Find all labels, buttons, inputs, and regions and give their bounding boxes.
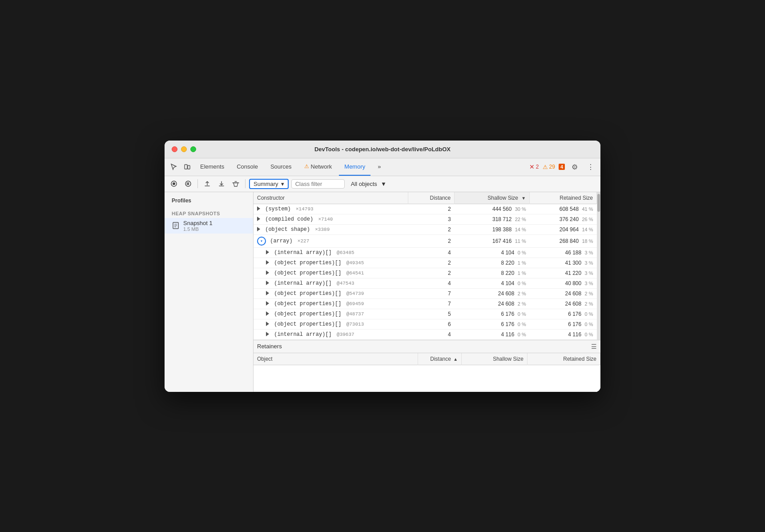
col-retained-size[interactable]: Retained Size <box>530 192 597 204</box>
cell-shallow-size: 8 220 1 % <box>455 258 530 268</box>
cell-distance: 2 <box>408 224 455 234</box>
retained-pct: 0 % <box>585 322 593 327</box>
constructor-name: (object properties)[] <box>274 311 341 317</box>
shallow-pct: 14 % <box>515 227 526 232</box>
retained-pct: 3 % <box>585 260 593 266</box>
expand-triangle-icon[interactable] <box>257 206 260 211</box>
cell-distance: 7 <box>408 298 455 309</box>
retainers-menu-icon[interactable]: ☰ <box>591 343 597 350</box>
tab-network[interactable]: ⚠ Network <box>299 158 338 176</box>
constructor-name: (internal array)[] <box>274 280 332 286</box>
badge-container: 4 <box>559 164 565 170</box>
expand-triangle-icon[interactable] <box>266 332 269 336</box>
objects-dropdown[interactable]: All objects ▼ <box>351 181 387 187</box>
minimize-button[interactable] <box>181 146 187 152</box>
table-row: (object properties)[] @54739 7 24 608 2 … <box>254 288 597 298</box>
tab-sources-label: Sources <box>270 163 292 170</box>
tab-console[interactable]: Console <box>231 158 263 176</box>
maximize-button[interactable] <box>190 146 196 152</box>
device-toolbar-icon[interactable] <box>181 161 193 173</box>
table-row: (internal array)[] @63485 4 4 104 0 % 46… <box>254 247 597 258</box>
constructor-count: @48737 <box>346 311 364 317</box>
cell-retained-size: 41 220 3 % <box>530 268 597 278</box>
expand-triangle-icon[interactable] <box>257 227 260 231</box>
inspect-element-icon[interactable] <box>168 161 180 173</box>
close-button[interactable] <box>172 146 177 152</box>
download-icon[interactable] <box>216 178 227 189</box>
scrollbar[interactable] <box>597 192 600 340</box>
expand-triangle-icon[interactable] <box>266 250 269 254</box>
retained-pct: 3 % <box>585 281 593 286</box>
tab-console-label: Console <box>237 163 258 170</box>
cell-distance: 2 <box>408 258 455 268</box>
upload-icon[interactable] <box>201 178 213 189</box>
ret-col-object[interactable]: Object <box>254 353 418 365</box>
secondary-toolbar: Summary ▾ All objects ▼ <box>165 176 600 192</box>
expand-triangle-icon[interactable] <box>257 217 260 221</box>
expand-triangle-icon[interactable] <box>266 322 269 326</box>
class-filter-input[interactable] <box>291 179 345 189</box>
clear-icon[interactable] <box>230 178 242 189</box>
cell-distance: 3 <box>408 214 455 224</box>
sort-arrow-icon: ▼ <box>521 196 526 201</box>
constructor-count: @47543 <box>337 281 354 286</box>
expand-triangle-icon[interactable] <box>266 281 269 285</box>
snapshot-size: 1.5 MB <box>183 226 213 232</box>
cell-retained-size: 4 116 0 % <box>530 329 597 339</box>
expand-triangle-icon[interactable] <box>266 301 269 306</box>
shallow-pct: 2 % <box>518 291 526 296</box>
table-row: (internal array)[] @39637 4 4 116 0 % 4 … <box>254 329 597 339</box>
tab-elements[interactable]: Elements <box>195 158 230 176</box>
cell-retained-size: 24 608 2 % <box>530 298 597 309</box>
warn-badge[interactable]: ⚠ 29 <box>543 164 555 170</box>
shallow-pct: 0 % <box>518 281 526 286</box>
col-constructor[interactable]: Constructor <box>254 192 408 204</box>
constructor-count: @39637 <box>337 332 354 337</box>
cell-constructor: (object properties)[] @54739 <box>254 288 408 298</box>
retainers-panel: Retainers ☰ Object Distance <box>254 340 600 392</box>
tab-more[interactable]: » <box>372 158 386 176</box>
stop-icon[interactable] <box>182 178 194 189</box>
constructor-name: (object properties)[] <box>274 301 341 307</box>
expand-triangle-icon[interactable] <box>266 270 269 275</box>
error-icon: ✕ <box>529 163 535 170</box>
objects-chevron-icon: ▼ <box>381 181 387 187</box>
constructor-count: @73013 <box>346 322 364 327</box>
retainers-header: Retainers ☰ <box>254 340 600 353</box>
titlebar: DevTools - codepen.io/web-dot-dev/live/P… <box>165 141 600 158</box>
tab-sources[interactable]: Sources <box>265 158 297 176</box>
retained-pct: 0 % <box>585 332 593 337</box>
cell-constructor: (object properties)[] @73013 <box>254 319 408 329</box>
ret-col-shallow[interactable]: Shallow Size <box>462 353 527 365</box>
cell-constructor: (compiled code) ×7140 <box>254 214 408 224</box>
cell-constructor: (internal array)[] @47543 <box>254 278 408 288</box>
shallow-pct: 30 % <box>515 206 526 212</box>
constructor-count: ×3389 <box>315 227 330 232</box>
constructor-count: @54739 <box>346 291 364 296</box>
constructor-count: @63485 <box>337 250 354 255</box>
cell-distance: 4 <box>408 329 455 339</box>
cell-constructor: (system) ×14793 <box>254 204 408 214</box>
ret-col-distance[interactable]: Distance ▲ <box>418 353 461 365</box>
toolbar-right: ✕ 2 ⚠ 29 4 ⚙ ⋮ <box>529 161 597 173</box>
error-badge[interactable]: ✕ 2 <box>529 163 539 170</box>
tab-memory-label: Memory <box>344 163 365 170</box>
col-shallow-size[interactable]: Shallow Size ▼ <box>455 192 530 204</box>
cell-shallow-size: 24 608 2 % <box>455 298 530 309</box>
more-options-icon[interactable]: ⋮ <box>584 161 597 173</box>
constructor-table: Constructor Distance Shallow Size ▼ <box>254 192 597 340</box>
expand-triangle-icon[interactable] <box>266 260 269 265</box>
constructor-count: ×227 <box>298 238 309 244</box>
tab-memory[interactable]: Memory <box>339 158 370 176</box>
constructor-name: (system) <box>265 206 291 212</box>
summary-dropdown[interactable]: Summary ▾ <box>249 179 289 189</box>
ret-col-retained[interactable]: Retained Size <box>527 353 600 365</box>
col-distance[interactable]: Distance <box>408 192 455 204</box>
cell-distance: 5 <box>408 309 455 319</box>
sidebar-item-snapshot1[interactable]: Snapshot 1 1.5 MB <box>165 218 253 234</box>
settings-icon[interactable]: ⚙ <box>568 161 581 173</box>
expand-triangle-icon[interactable] <box>266 291 269 295</box>
expand-triangle-icon[interactable] <box>266 311 269 316</box>
expand-circle-icon[interactable]: ▾ <box>257 237 266 246</box>
record-icon[interactable] <box>168 178 180 189</box>
